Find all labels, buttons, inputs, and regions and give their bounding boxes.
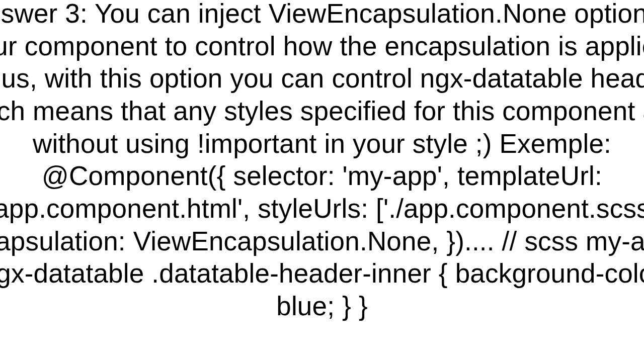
answer-body: Answer 3: You can inject ViewEncapsulati… xyxy=(0,0,644,321)
answer-text-block: Answer 3: You can inject ViewEncapsulati… xyxy=(0,0,644,323)
